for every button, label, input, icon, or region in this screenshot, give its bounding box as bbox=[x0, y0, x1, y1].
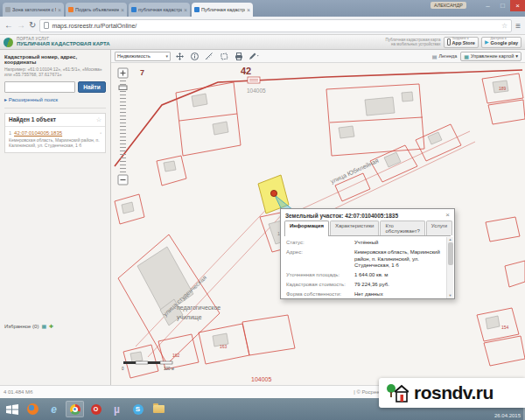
chrome-icon[interactable] bbox=[66, 401, 84, 417]
googleplay-badge[interactable]: ▶ Доступно в Google play bbox=[481, 37, 522, 48]
zoom-control[interactable] bbox=[118, 68, 128, 185]
browser-profile-name[interactable]: АЛЕКСАНДР bbox=[430, 2, 466, 9]
scroll-down-icon[interactable]: ▼ bbox=[449, 293, 452, 298]
layer-select[interactable]: Недвижимость ▾ bbox=[115, 52, 171, 61]
back-icon[interactable]: ← bbox=[4, 21, 13, 30]
parcel[interactable] bbox=[176, 82, 241, 156]
browser-tab-2[interactable]: Подать объявление — × bbox=[66, 3, 127, 17]
browser-tab-3[interactable]: публичная кадастровая × bbox=[129, 3, 190, 17]
parcel[interactable] bbox=[486, 217, 520, 242]
forward-icon[interactable]: → bbox=[17, 21, 25, 30]
legend-toggle[interactable]: ▤ Легенда bbox=[432, 53, 458, 60]
parcel[interactable] bbox=[488, 100, 525, 124]
building bbox=[365, 97, 395, 116]
find-button[interactable]: Найти bbox=[78, 81, 106, 93]
search-label: Кадастровый номер, адрес, координаты bbox=[4, 54, 106, 65]
measure-area-button[interactable] bbox=[218, 51, 230, 61]
tab-information[interactable]: Информация bbox=[284, 220, 329, 236]
tab-close-icon[interactable]: × bbox=[58, 7, 61, 13]
rosreestr-logo-icon bbox=[4, 38, 13, 47]
tab-who-serves[interactable]: Кто обслуживает? bbox=[380, 220, 424, 235]
pan-tool-button[interactable] bbox=[173, 51, 186, 61]
tab-close-icon[interactable]: × bbox=[121, 7, 124, 13]
browser-tab-1[interactable]: Зона затопления с МБУ × bbox=[3, 3, 64, 17]
draw-tool-button[interactable] bbox=[248, 51, 260, 61]
header-right: Публичная кадастровая карта на мобильных… bbox=[386, 37, 522, 48]
building bbox=[213, 122, 228, 135]
locate-icon[interactable]: ▫ bbox=[100, 130, 102, 136]
quarter-boundary bbox=[115, 70, 522, 166]
info-row-address: Адрес:Кемеровская область, Мариинский ра… bbox=[286, 249, 444, 270]
result-index: 1 bbox=[9, 130, 11, 136]
quarter-ticket bbox=[248, 77, 260, 83]
identify-tool-button[interactable] bbox=[188, 51, 200, 61]
minimize-button[interactable]: – bbox=[480, 0, 495, 11]
parcel-divider bbox=[179, 114, 237, 121]
tab-close-icon[interactable]: × bbox=[184, 7, 187, 13]
tab-favicon bbox=[5, 7, 10, 12]
scrollbar-thumb[interactable] bbox=[448, 242, 453, 265]
advanced-search-link[interactable]: ▸ Расширенный поиск bbox=[4, 96, 106, 108]
result-address: Кемеровская область, Мариинский район, п… bbox=[9, 137, 102, 149]
reload-icon[interactable]: ↻ bbox=[29, 21, 36, 30]
appstore-badge[interactable]: Загрузите в App Store bbox=[444, 37, 479, 48]
parcel-number: 163 bbox=[220, 344, 228, 349]
poi-college-label2: училище bbox=[177, 314, 202, 321]
result-item[interactable]: 1 42:07:0104005:1835 ▫ Кемеровская облас… bbox=[5, 127, 105, 152]
parcel[interactable] bbox=[416, 124, 461, 161]
results-panel: Найден 1 объект ☆ 1 42:07:0104005:1835 ▫… bbox=[4, 113, 106, 153]
favorites-row[interactable]: Избранное (0) ▦ ✚ bbox=[4, 323, 53, 329]
browser-menu-icon[interactable]: ≡ bbox=[515, 21, 521, 31]
close-button[interactable]: × bbox=[510, 0, 525, 11]
mobile-apps-text: Публичная кадастровая карта на мобильных… bbox=[386, 38, 441, 47]
utorrent-icon[interactable]: µ bbox=[108, 401, 126, 417]
parcel-info-popup: Земельный участок: 42:07:0104005:1835 × … bbox=[280, 208, 455, 299]
building bbox=[192, 94, 207, 107]
folder-icon[interactable] bbox=[150, 401, 168, 417]
tab-title: публичная кадастровая bbox=[138, 7, 182, 12]
parcel[interactable] bbox=[484, 336, 525, 366]
maximize-button[interactable]: □ bbox=[495, 0, 510, 11]
url-field[interactable]: maps.rosreestr.ru/PortalOnline/ ☆ bbox=[39, 19, 512, 32]
selected-parcel-marker[interactable] bbox=[270, 190, 276, 196]
popup-tabs: Информация Характеристики Кто обслуживае… bbox=[284, 220, 451, 236]
opera-icon[interactable]: O bbox=[87, 401, 105, 417]
favorites-add-icon[interactable]: ✚ bbox=[49, 323, 53, 329]
legend-icon: ▤ bbox=[432, 53, 438, 60]
tab-favicon bbox=[194, 7, 200, 12]
measure-distance-button[interactable] bbox=[203, 51, 215, 61]
building bbox=[130, 352, 143, 362]
browser-tab-4-active[interactable]: Публичная кадастровая × bbox=[192, 3, 253, 17]
taskbar-date[interactable]: 26.04.2015 bbox=[494, 413, 521, 418]
play-icon: ▶ bbox=[485, 39, 489, 45]
url-text[interactable]: maps.rosreestr.ru/PortalOnline/ bbox=[52, 23, 499, 29]
tab-characteristics[interactable]: Характеристики bbox=[330, 220, 380, 235]
page-icon bbox=[44, 22, 49, 29]
results-star-icon[interactable]: ☆ bbox=[96, 116, 102, 123]
building bbox=[402, 92, 413, 102]
parcel[interactable] bbox=[242, 315, 295, 355]
parcel-number: 154 bbox=[501, 325, 509, 330]
map-canvas[interactable]: 7 42 104005 104005 улица Юбилейная улица… bbox=[111, 63, 525, 385]
internet-explorer-icon[interactable]: e bbox=[45, 401, 63, 417]
tab-services[interactable]: Услуги bbox=[426, 220, 452, 235]
tab-favicon bbox=[68, 7, 74, 12]
site-title: ПУБЛИЧНАЯ КАДАСТРОВАЯ КАРТА bbox=[17, 41, 110, 47]
search-input[interactable] bbox=[4, 81, 75, 93]
manage-map-button[interactable]: ▦ Управление картой ▾ bbox=[460, 52, 522, 61]
skype-icon[interactable]: S bbox=[129, 401, 147, 417]
rosndv-watermark: rosndv.ru bbox=[379, 378, 525, 408]
address-bar: ← → ↻ maps.rosreestr.ru/PortalOnline/ ☆ … bbox=[0, 17, 525, 35]
bookmark-star-icon[interactable]: ☆ bbox=[501, 22, 508, 30]
popup-close-icon[interactable]: × bbox=[445, 212, 450, 219]
firefox-icon[interactable] bbox=[24, 401, 42, 417]
favorites-grid-icon[interactable]: ▦ bbox=[41, 323, 46, 329]
parcel[interactable] bbox=[505, 261, 525, 287]
tab-close-icon[interactable]: × bbox=[247, 7, 250, 13]
zoom-slider-handle[interactable] bbox=[119, 86, 127, 90]
start-button[interactable] bbox=[3, 401, 21, 417]
result-cadastral-link[interactable]: 42:07:0104005:1835 bbox=[14, 130, 97, 136]
print-button[interactable] bbox=[233, 51, 245, 61]
popup-scrollbar[interactable]: ▲ ▼ bbox=[446, 237, 453, 298]
dropdown-arrow-icon: ▾ bbox=[165, 53, 168, 59]
